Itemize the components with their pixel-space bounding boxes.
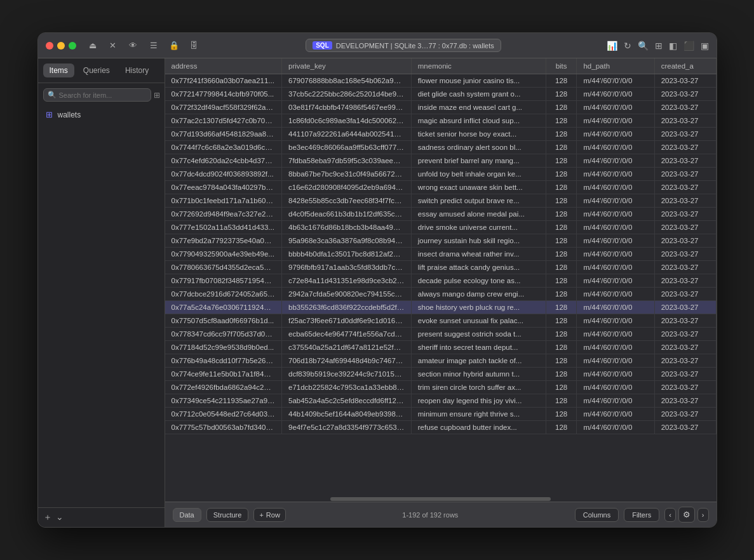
cell-hd_path[interactable]: m/44'/60'/0'/0/0 [577,128,654,141]
cell-bits[interactable]: 128 [546,301,577,314]
cell-hd_path[interactable]: m/44'/60'/0'/0/0 [577,394,654,408]
cell-created_at[interactable]: 2023-03-27 [654,128,716,141]
cell-private_key[interactable]: 9e4f7e5c1c27a8d3354f9773c653fd... [281,421,411,434]
table-row[interactable]: 0x776b49a48cdd10f77b5e26e...706d18b724af… [165,354,717,368]
cell-bits[interactable]: 128 [546,248,577,261]
prev-page-button[interactable]: ‹ [664,508,676,522]
list-icon[interactable]: ☰ [147,41,160,50]
cell-created_at[interactable]: 2023-03-27 [654,354,716,368]
table-row[interactable]: 0x772692d9484f9ea7c327e20...d4c0f5deac66… [165,208,717,221]
close-icon[interactable]: ✕ [107,41,119,50]
cell-created_at[interactable]: 2023-03-27 [654,394,716,408]
table-row[interactable]: 0x777e1502a11a53dd41d433...4b63c1676d86b… [165,221,717,234]
cell-private_key[interactable]: 679076888bb8ac168e54b062a918... [281,74,411,88]
cell-mnemonic[interactable]: shoe history verb pluck rug re... [411,301,546,314]
cell-created_at[interactable]: 2023-03-27 [654,154,716,168]
cell-bits[interactable]: 128 [546,368,577,381]
cell-address[interactable]: 0x77d193d66af45481829aa8e... [165,128,282,141]
col-header-mnemonic[interactable]: mnemonic [411,58,546,74]
cell-mnemonic[interactable]: sadness ordinary alert soon bl... [411,141,546,154]
add-row-button[interactable]: + Row [253,508,285,522]
cell-bits[interactable]: 128 [546,381,577,394]
cell-hd_path[interactable]: m/44'/60'/0'/0/0 [577,74,654,88]
columns-button[interactable]: Columns [575,508,619,522]
sidebar-left-icon[interactable]: ◧ [669,41,677,51]
sidebar-right-icon[interactable]: ▣ [701,41,709,51]
cell-bits[interactable]: 128 [546,181,577,194]
table-row[interactable]: 0x77dc4dcd9024f036893892f...8bba67be7bc9… [165,168,717,181]
col-header-created[interactable]: created_a [654,58,716,74]
cell-mnemonic[interactable]: evoke sunset unusual fix palac... [411,314,546,328]
cell-address[interactable]: 0x77dc4dcd9024f036893892f... [165,168,282,181]
cell-bits[interactable]: 128 [546,354,577,368]
cell-private_key[interactable]: d4c0f5deac661b3db1b1f2df635c6c... [281,208,411,221]
cell-address[interactable]: 0x77f241f3660a03b07aea211... [165,74,282,88]
table-row[interactable]: 0x7721477998414cbfb970f05...37cb5c2225bb… [165,88,717,101]
cell-address[interactable]: 0x77e9bd2a77923735e40a099... [165,234,282,248]
horizontal-scrollbar[interactable] [165,497,717,502]
cell-hd_path[interactable]: m/44'/60'/0'/0/0 [577,234,654,248]
chart-icon[interactable]: 📊 [607,41,617,51]
search-input[interactable] [59,91,147,99]
cell-address[interactable]: 0x7721477998414cbfb970f05... [165,88,282,101]
cell-hd_path[interactable]: m/44'/60'/0'/0/0 [577,368,654,381]
table-row[interactable]: 0x77a5c24a76e030671192425...bb355263f6cd… [165,301,717,314]
cell-mnemonic[interactable]: diet glide cash system grant o... [411,88,546,101]
fullscreen-button[interactable] [69,42,76,50]
cell-address[interactable]: 0x772f32df49acf558f329f62a5... [165,101,282,114]
cell-created_at[interactable]: 2023-03-27 [654,261,716,274]
cell-hd_path[interactable]: m/44'/60'/0'/0/0 [577,381,654,394]
table-row[interactable]: 0x77f241f3660a03b07aea211...679076888bb8… [165,74,717,88]
cell-hd_path[interactable]: m/44'/60'/0'/0/0 [577,114,654,128]
cell-bits[interactable]: 128 [546,288,577,301]
cell-hd_path[interactable]: m/44'/60'/0'/0/0 [577,288,654,301]
cell-created_at[interactable]: 2023-03-27 [654,181,716,194]
cell-created_at[interactable]: 2023-03-27 [654,101,716,114]
table-scroll[interactable]: address private_key mnemonic bits hd_pat… [165,58,717,497]
table-row[interactable]: 0x77c4efd620da2c4cbb4d378...7fdba58eba97… [165,154,717,168]
connection-pill[interactable]: SQL DEVELOPMENT | SQLite 3…77 : 0x77.db … [306,39,501,52]
cell-private_key[interactable]: 1c86fd0c6c989ae3fa14dc500062b2... [281,114,411,128]
table-row[interactable]: 0x77e9bd2a77923735e40a099...95a968e3ca36… [165,234,717,248]
table-row[interactable]: 0x77ac2c1307d5fd427c0b702...1c86fd0c6c98… [165,114,717,128]
cell-mnemonic[interactable]: sheriff into secret team deput... [411,341,546,354]
table-row[interactable]: 0x77d193d66af45481829aa8e...441107a92226… [165,128,717,141]
next-page-button[interactable]: › [697,508,709,522]
cell-private_key[interactable]: f25ac73f6ee671d0ddf6e9c1d0168f... [281,314,411,328]
cell-mnemonic[interactable]: ticket senior horse boy exact... [411,128,546,141]
cell-private_key[interactable]: ecba65dec4e964774f1e556a7cd5d... [281,328,411,341]
cell-created_at[interactable]: 2023-03-27 [654,194,716,208]
cell-private_key[interactable]: c72e84a11d431351e98d9ce3cb241... [281,274,411,288]
cell-address[interactable]: 0x7744f7c6c68a2e3a019d6c3... [165,141,282,154]
eye-icon[interactable]: 👁 [127,41,140,50]
cell-address[interactable]: 0x77eeac9784a043fa40297be... [165,181,282,194]
table-row[interactable]: 0x77eeac9784a043fa40297be...c16e62d28090… [165,181,717,194]
cell-hd_path[interactable]: m/44'/60'/0'/0/0 [577,88,654,101]
cell-hd_path[interactable]: m/44'/60'/0'/0/0 [577,301,654,314]
table-row[interactable]: 0x77dcbce2916d6724052a65c...2942a7cfda5e… [165,288,717,301]
cell-address[interactable]: 0x77ac2c1307d5fd427c0b702... [165,114,282,128]
table-row[interactable]: 0x774ce9fe11e5b0b17a1f8407...dcf839b5919… [165,368,717,381]
cell-address[interactable]: 0x77c4efd620da2c4cbb4d378... [165,154,282,168]
scrollbar-thumb[interactable] [330,497,551,501]
cell-address[interactable]: 0x772692d9484f9ea7c327e20... [165,208,282,221]
cell-hd_path[interactable]: m/44'/60'/0'/0/0 [577,168,654,181]
cell-bits[interactable]: 128 [546,261,577,274]
table-row[interactable]: 0x7712c0e05448ed27c64d03f...44b1409bc5ef… [165,408,717,421]
cell-hd_path[interactable]: m/44'/60'/0'/0/0 [577,181,654,194]
cell-bits[interactable]: 128 [546,408,577,421]
cell-hd_path[interactable]: m/44'/60'/0'/0/0 [577,154,654,168]
cell-bits[interactable]: 128 [546,74,577,88]
settings-button[interactable]: ⚙ [678,507,695,523]
cell-address[interactable]: 0x774ce9fe11e5b0b17a1f8407... [165,368,282,381]
cell-bits[interactable]: 128 [546,154,577,168]
cell-address[interactable]: 0x771b0c1feebd171a7a1b602... [165,194,282,208]
table-row[interactable]: 0x772ef4926fbda6862a94c2e4...e71dcb22582… [165,381,717,394]
cell-address[interactable]: 0x77349ce54c211935ae27a90... [165,394,282,408]
cell-created_at[interactable]: 2023-03-27 [654,341,716,354]
cell-hd_path[interactable]: m/44'/60'/0'/0/0 [577,274,654,288]
table-row[interactable]: 0x779049325900a4e39eb49e...bbbb4b0dfa1c3… [165,248,717,261]
cell-bits[interactable]: 128 [546,234,577,248]
cell-bits[interactable]: 128 [546,208,577,221]
cell-created_at[interactable]: 2023-03-27 [654,368,716,381]
